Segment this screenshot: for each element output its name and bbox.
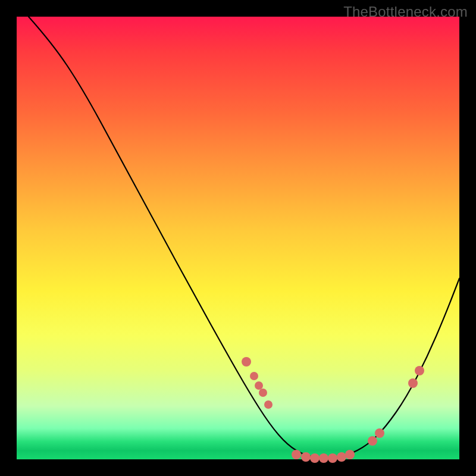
data-point (264, 400, 273, 409)
data-point (319, 453, 328, 463)
chart-plot-area (17, 17, 459, 459)
watermark-text: TheBottleneck.com (343, 4, 468, 20)
data-point (292, 450, 301, 459)
chart-svg (17, 17, 459, 459)
data-point (375, 428, 384, 438)
data-point (242, 357, 251, 367)
data-point (328, 453, 337, 463)
data-point (408, 378, 418, 388)
data-point (310, 453, 320, 463)
data-point (259, 389, 267, 397)
data-point (337, 452, 346, 462)
data-point (255, 381, 263, 390)
data-point (345, 450, 355, 459)
bottleneck-curve (29, 17, 459, 458)
data-point (301, 452, 311, 462)
data-point (250, 372, 258, 380)
data-point (368, 436, 377, 446)
data-point (415, 366, 424, 375)
